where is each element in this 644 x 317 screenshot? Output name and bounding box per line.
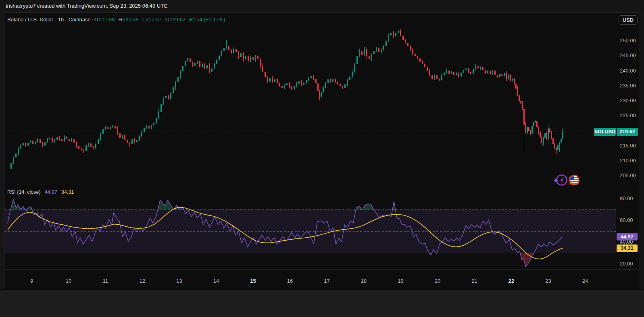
candle-body <box>49 138 50 139</box>
candle-body <box>238 52 239 57</box>
candle-body <box>458 73 459 76</box>
candle-body <box>214 64 215 68</box>
time-axis-label-12[interactable]: 12 <box>140 278 145 284</box>
candle-body <box>71 139 72 141</box>
rsi-axis-label[interactable]: 20.00 <box>620 261 633 267</box>
candle-body <box>165 96 167 98</box>
candle-body <box>315 79 317 83</box>
change-value: +2.54 (+1.17%) <box>189 17 225 23</box>
time-axis-label-17[interactable]: 17 <box>324 278 329 284</box>
time-axis-label-20[interactable]: 20 <box>435 278 440 284</box>
candle-body <box>59 137 60 139</box>
candle-body <box>88 143 89 145</box>
candle-body <box>175 82 176 87</box>
candle-body <box>497 75 498 77</box>
time-axis-label-14[interactable]: 14 <box>213 278 219 284</box>
rsi-legend: RSI (14, close) 44.97 34.31 <box>7 189 74 195</box>
currency-toggle-button[interactable]: USD <box>619 15 638 25</box>
price-axis-label[interactable]: 245.00 <box>620 52 636 58</box>
candle-body <box>136 140 138 142</box>
price-axis-label[interactable]: 210.00 <box>620 157 636 164</box>
chart-canvas[interactable] <box>4 13 639 289</box>
candle-body <box>102 129 104 134</box>
candle-body <box>544 133 546 138</box>
close-value: 219.62 <box>169 17 185 23</box>
candle-body <box>429 71 430 75</box>
low-label: L <box>142 17 145 23</box>
time-axis-label-10[interactable]: 10 <box>66 278 71 284</box>
price-axis-label[interactable]: 250.00 <box>620 37 636 44</box>
candle-body <box>520 101 521 104</box>
candle-body <box>473 69 474 74</box>
time-axis-label-22[interactable]: 22 <box>509 278 514 284</box>
candle-body <box>559 143 560 145</box>
candle-body <box>209 65 210 72</box>
candle-body <box>168 96 169 99</box>
candle-body <box>78 146 79 149</box>
candle-body <box>352 72 353 77</box>
time-axis-label-16[interactable]: 16 <box>287 278 293 284</box>
candle-body <box>93 147 94 148</box>
rsi-axis-label[interactable]: 60.00 <box>620 217 633 223</box>
candle-body <box>73 139 75 143</box>
time-axis-label-24[interactable]: 24 <box>582 278 588 284</box>
candle-body <box>337 82 338 84</box>
candle-body <box>281 86 283 88</box>
time-axis-label-19[interactable]: 19 <box>398 278 403 284</box>
candle-body <box>308 78 309 81</box>
rsi-indicator-label[interactable]: RSI (14, close) <box>7 189 41 195</box>
candle-body <box>107 127 108 129</box>
candle-body <box>219 56 220 60</box>
time-axis-label-23[interactable]: 23 <box>545 278 551 284</box>
candle-body <box>156 118 157 123</box>
candle-body <box>395 33 396 36</box>
rsi-ma-value-badge: 34.31 <box>617 244 638 252</box>
price-axis-label[interactable]: 215.00 <box>620 143 636 149</box>
candle-body <box>124 135 125 139</box>
symbol-title[interactable]: Solana / U.S. Dollar · 1h · Coinbase <box>7 17 91 23</box>
time-axis-label-11[interactable]: 11 <box>103 278 108 284</box>
rsi-axis-label[interactable]: 80.00 <box>620 195 633 201</box>
time-axis-label-15[interactable]: 15 <box>250 278 256 284</box>
candle-body <box>321 92 322 97</box>
candle-body <box>42 143 43 146</box>
us-flag-icon[interactable] <box>569 175 579 185</box>
candle-body <box>456 73 457 75</box>
price-axis-label[interactable]: 235.00 <box>620 83 636 89</box>
candle-body <box>512 79 513 81</box>
time-axis-label-13[interactable]: 13 <box>176 278 182 284</box>
candle-body <box>410 46 411 49</box>
candle-body <box>340 84 341 86</box>
price-axis-label[interactable]: 225.00 <box>620 112 636 118</box>
candle-body <box>81 149 82 150</box>
candle-body <box>364 49 365 55</box>
candle-body <box>18 148 19 153</box>
candle-body <box>30 141 31 143</box>
attribution-text: trishacrypto7 created with TradingView.c… <box>6 3 168 9</box>
candle-body <box>182 66 183 71</box>
candle-body <box>477 66 479 68</box>
price-axis-label[interactable]: 205.00 <box>620 172 636 178</box>
candle-body <box>480 67 481 69</box>
candle-body <box>100 134 101 139</box>
candle-body <box>127 140 128 143</box>
candle-body <box>554 144 555 148</box>
time-axis-label-18[interactable]: 18 <box>361 278 367 284</box>
price-axis-label[interactable]: 240.00 <box>620 68 636 74</box>
time-axis-label-9[interactable]: 9 <box>30 278 33 284</box>
price-axis-label[interactable]: 230.00 <box>620 97 636 104</box>
candle-body <box>64 137 65 141</box>
candle-body <box>412 50 413 54</box>
candle-body <box>35 142 36 144</box>
candle-body <box>27 143 29 146</box>
candle-body <box>506 73 507 79</box>
candle-body <box>501 74 502 76</box>
candle-body <box>541 137 542 143</box>
candle-body <box>69 139 70 141</box>
candle-body <box>344 84 346 88</box>
candle-body <box>274 79 275 82</box>
candle-body <box>248 56 249 61</box>
time-axis-label-21[interactable]: 21 <box>471 278 477 284</box>
candle-body <box>465 68 467 70</box>
lightning-circle-icon[interactable] <box>553 175 567 185</box>
